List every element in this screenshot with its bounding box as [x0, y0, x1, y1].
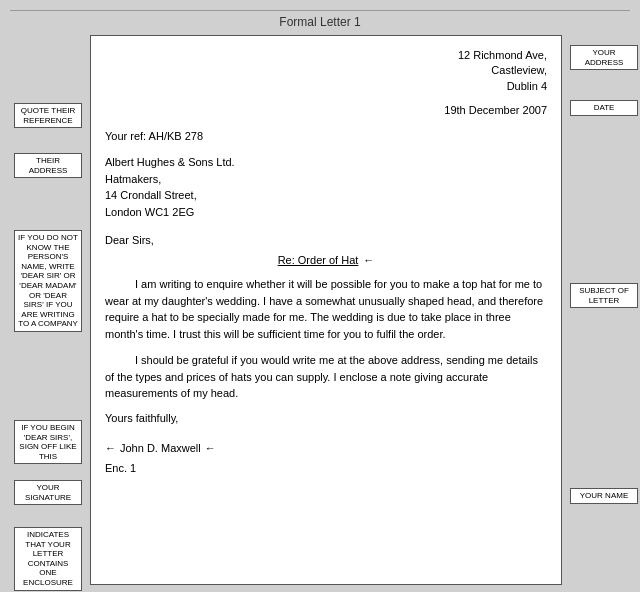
closing-text: Yours faithfully, — [105, 412, 178, 424]
label-your-name: YOUR NAME — [570, 488, 638, 504]
sender-address-line1: 12 Richmond Ave, — [105, 48, 547, 63]
label-if-begin-dear-sirs: IF YOU BEGIN 'DEAR SIRS', SIGN OFF LIKE … — [14, 420, 82, 464]
recipient-line2: Hatmakers, — [105, 171, 547, 188]
body-para-2: I should be grateful if you would write … — [105, 352, 547, 402]
salutation: Dear Sirs, — [105, 234, 547, 246]
label-your-address: YOUR ADDRESS — [570, 45, 638, 70]
label-your-signature: YOUR SIGNATURE — [14, 480, 82, 505]
enclosure-text: Enc. 1 — [105, 462, 136, 474]
body-para-1-text: I am writing to enquire whether it will … — [105, 278, 543, 340]
enclosure-line: Enc. 1 — [105, 462, 547, 474]
date-line: 19th December 2007 — [105, 104, 547, 116]
label-quote-their-ref: QUOTE THEIR REFERENCE — [14, 103, 82, 128]
subject-row: Re: Order of Hat ← — [105, 254, 547, 266]
label-date: DATE — [570, 100, 638, 116]
signature-row: ← John D. Maxwell ← — [105, 442, 547, 454]
body-para-2-text: I should be grateful if you would write … — [105, 354, 538, 399]
sender-address-line2: Castleview, — [105, 63, 547, 78]
label-if-dont-know: IF YOU DO NOT KNOW THE PERSON'S NAME, WR… — [14, 230, 82, 332]
recipient-line1: Albert Hughes & Sons Ltd. — [105, 154, 547, 171]
signature-arrow-right: ← — [205, 442, 216, 454]
label-their-address: THEIR ADDRESS — [14, 153, 82, 178]
left-labels: QUOTE THEIR REFERENCE THEIR ADDRESS IF Y… — [10, 35, 90, 585]
signature-arrow: ← — [105, 442, 116, 454]
signature-name: John D. Maxwell — [120, 442, 201, 454]
ref-text: Your ref: AH/KB 278 — [105, 130, 203, 142]
label-subject-of-letter: SUBJECT OF LETTER — [570, 283, 638, 308]
salutation-text: Dear Sirs, — [105, 234, 154, 246]
sender-address-line3: Dublin 4 — [105, 79, 547, 94]
main-container: QUOTE THEIR REFERENCE THEIR ADDRESS IF Y… — [10, 35, 630, 585]
recipient-line3: 14 Crondall Street, — [105, 187, 547, 204]
page-wrapper: Formal Letter 1 QUOTE THEIR REFERENCE TH… — [10, 10, 630, 585]
subject-line: Re: Order of Hat — [278, 254, 359, 266]
ref-line: Your ref: AH/KB 278 — [105, 130, 547, 142]
page-title: Formal Letter 1 — [10, 10, 630, 29]
date-text: 19th December 2007 — [444, 104, 547, 116]
body-para-1: I am writing to enquire whether it will … — [105, 276, 547, 342]
closing: Yours faithfully, — [105, 412, 547, 424]
sender-address: 12 Richmond Ave, Castleview, Dublin 4 — [105, 48, 547, 94]
recipient-address: Albert Hughes & Sons Ltd. Hatmakers, 14 … — [105, 154, 547, 220]
label-enc-note: INDICATES THAT YOUR LETTER CONTAINS ONE … — [14, 527, 82, 591]
subject-arrow-left: ← — [363, 254, 374, 266]
letter-area: 12 Richmond Ave, Castleview, Dublin 4 19… — [90, 35, 562, 585]
right-labels: YOUR ADDRESS DATE SUBJECT OF LETTER YOUR… — [562, 35, 630, 585]
recipient-line4: London WC1 2EG — [105, 204, 547, 221]
